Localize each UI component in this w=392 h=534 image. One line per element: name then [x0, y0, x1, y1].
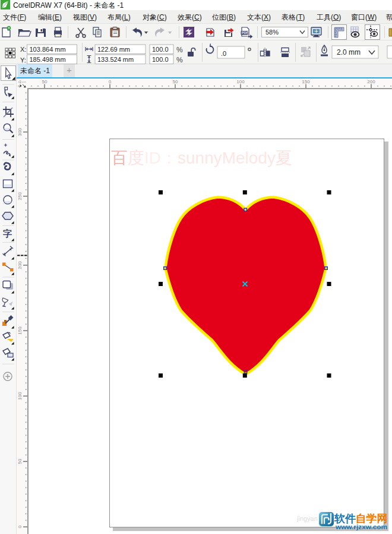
svg-text:%: %: [176, 46, 183, 54]
svg-text:50: 50: [42, 79, 48, 84]
svg-text:100: 100: [236, 79, 245, 84]
svg-text:0: 0: [109, 79, 112, 84]
svg-text:58%: 58%: [265, 29, 279, 36]
svg-text:X:: X:: [20, 46, 26, 53]
svg-text:0: 0: [17, 525, 23, 528]
svg-text:250: 250: [17, 192, 23, 200]
svg-text:PDF: PDF: [242, 31, 249, 34]
svg-text:122.69 mm: 122.69 mm: [97, 46, 130, 53]
svg-text:185.498 mm: 185.498 mm: [30, 56, 66, 63]
svg-text:150: 150: [302, 79, 310, 84]
svg-text:.0: .0: [221, 50, 226, 57]
svg-text:200: 200: [367, 79, 375, 84]
svg-text:200: 200: [17, 261, 23, 269]
svg-text:50: 50: [173, 79, 178, 84]
svg-text:100.0: 100.0: [152, 56, 169, 63]
svg-text:%: %: [176, 56, 183, 64]
svg-text:100.0: 100.0: [152, 46, 169, 53]
svg-text:103.864 mm: 103.864 mm: [30, 46, 66, 53]
svg-text:50: 50: [17, 458, 23, 464]
svg-text:300: 300: [17, 128, 23, 136]
svg-text:150: 150: [17, 326, 23, 335]
svg-text:133.524 mm: 133.524 mm: [97, 56, 134, 63]
svg-text:2.0 mm: 2.0 mm: [337, 48, 361, 56]
svg-text:Y:: Y:: [20, 56, 26, 64]
svg-text:字: 字: [3, 228, 12, 238]
svg-text:100: 100: [17, 392, 23, 400]
svg-text:www.rjzxw.com: www.rjzxw.com: [335, 523, 387, 531]
